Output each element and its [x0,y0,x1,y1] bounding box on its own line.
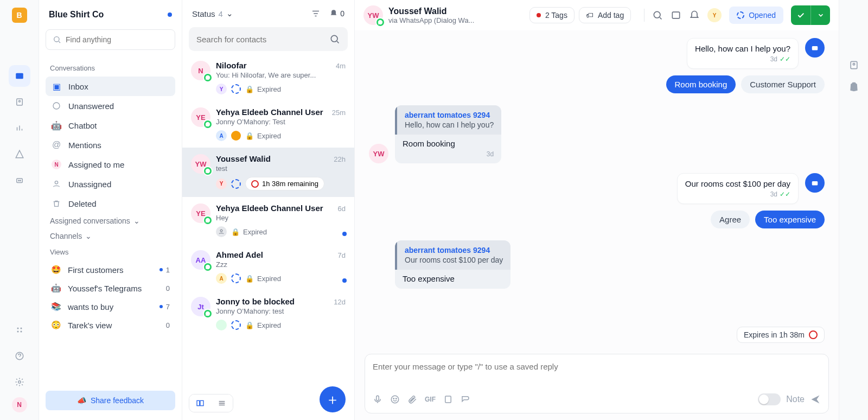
rail-user-avatar[interactable]: N [12,397,27,412]
send-icon[interactable] [810,394,821,405]
contact-time: 4m [336,62,346,70]
message-composer[interactable]: GIF Note [365,354,829,413]
quick-reply-customer-support[interactable]: Customer Support [741,75,825,93]
view-telegrams[interactable]: 🤖Youssef's Telegrams0 [46,279,175,297]
contact-preview: Hey [216,214,346,222]
expired-badge: 🔒Expired [245,85,281,93]
list-header: Status 4 ⌄ 0 [182,0,354,27]
rail-apps[interactable] [9,319,30,341]
resolve-button[interactable] [791,5,810,25]
rail-conversations[interactable] [9,65,30,87]
quick-reply-agree[interactable]: Agree [711,211,750,228]
svg-point-14 [55,181,58,184]
whatsapp-icon [203,215,213,225]
shopify-icon[interactable] [848,81,859,92]
svg-rect-18 [200,400,203,405]
rail-contacts[interactable] [9,91,30,113]
status-opened[interactable]: Opened [729,7,783,24]
contact-item[interactable]: YE Yehya Eldeeb Channel User6d Hey 🔒Expi… [182,197,354,244]
rail-reports[interactable] [9,117,30,139]
workspace-logo[interactable]: B [12,8,27,23]
nav-unanswered[interactable]: Unanswered [46,96,175,116]
contact-avatar: YW [363,5,383,25]
composer-input[interactable] [373,362,821,388]
svg-point-6 [17,328,18,329]
saved-reply-icon[interactable] [461,394,470,404]
quick-reply-room-booking[interactable]: Room booking [666,75,736,93]
view-wants-to-buy[interactable]: 📚wants to buy7 [46,297,175,316]
mic-icon[interactable] [373,394,382,404]
find-anything[interactable] [46,29,175,50]
contact-time: 12d [334,298,346,306]
nav-chatbot[interactable]: 🤖Chatbot [46,116,175,135]
chat-panel: YW Youssef Walid via WhatsApp (Dialog Wa… [355,0,839,420]
contact-item[interactable]: YE Yehya Eldeeb Channel User25m Jonny O'… [182,101,354,148]
svg-point-13 [53,103,60,109]
contact-item[interactable]: Jt Jonny to be blocked12d Jonny O'Mahony… [182,290,354,337]
assignee-avatar [216,320,227,330]
whatsapp-icon [203,166,213,176]
expired-badge: 🔒Expired [245,275,281,283]
lock-icon: 🔒 [245,321,254,329]
assigned-conversations-toggle[interactable]: Assigned conversations⌄ [46,213,175,228]
nav-inbox[interactable]: ▣Inbox [46,77,175,96]
view-first-customers[interactable]: 🤩First customers1 [46,260,175,279]
tags-button[interactable]: 2 Tags [529,7,575,23]
workspace-status-dot [168,12,172,17]
add-tag-button[interactable]: 🏷Add tag [579,7,631,23]
list-view-toggle[interactable] [189,394,233,412]
section-views: Views [46,248,175,256]
timer-icon [251,180,259,188]
reminder-icon[interactable] [689,10,700,21]
messages-scroll[interactable]: Hello, how can I help you? 3d✓✓ Room boo… [355,30,839,354]
workspace-switcher[interactable]: Blue Shirt Co [46,10,175,20]
channels-toggle[interactable]: Channels⌄ [46,228,175,244]
nav-assigned-to-me[interactable]: NAssigned to me [46,155,175,174]
view-tarek[interactable]: 😳Tarek's view0 [46,316,175,334]
whatsapp-icon [203,262,213,272]
list-view-button[interactable] [211,394,233,412]
rail-bot[interactable] [9,169,30,191]
share-feedback-button[interactable]: 📣Share feedback [46,391,175,410]
rail-help[interactable] [9,345,30,367]
contact-item[interactable]: AA Ahmed Adel7d Zzz A🔒Expired [182,244,354,290]
unread-dot [342,232,347,236]
svg-point-19 [654,11,661,18]
status-filter[interactable]: Status 4 ⌄ [192,9,233,18]
search-conversation-icon[interactable] [652,10,663,21]
notifications-icon[interactable]: 0 [329,9,344,18]
contact-details-icon[interactable] [848,60,859,71]
svg-rect-17 [197,400,200,405]
new-conversation-button[interactable]: ＋ [320,386,346,412]
contact-item[interactable]: N Niloofar4m You: Hi Niloofar, We are su… [182,54,354,101]
assignee-avatar: A [216,273,227,284]
contact-name: Niloofar [216,61,247,70]
expires-badge: Expires in 1h 38m [737,327,825,343]
find-input[interactable] [66,35,168,44]
rail-settings[interactable] [9,371,30,393]
contact-item[interactable]: YW Youssef Walid22h test Y1h 38m remaini… [182,148,354,197]
search-contacts-input[interactable] [196,35,329,44]
contact-avatar: YE [191,203,210,223]
gif-icon[interactable]: GIF [425,396,436,403]
nav-deleted[interactable]: Deleted [46,194,175,213]
rail-campaigns[interactable] [9,143,30,165]
attachment-icon[interactable] [407,394,417,404]
svg-point-2 [18,100,20,102]
resolve-menu-button[interactable] [810,5,830,25]
template-icon[interactable] [443,394,453,404]
chat-header: YW Youssef Walid via WhatsApp (Dialog Wa… [355,0,839,30]
note-icon[interactable] [671,10,681,21]
nav-mentions[interactable]: @Mentions [46,135,175,155]
emoji-icon[interactable] [390,394,400,404]
nav-unassigned[interactable]: Unassigned [46,174,175,194]
assignee-avatar[interactable]: Y [707,8,722,22]
filter-icon[interactable] [311,9,321,18]
remaining-pill: 1h 38m remaining [245,177,324,190]
panel-view-button[interactable] [189,394,211,412]
quick-reply-too-expensive[interactable]: Too expensive [755,211,825,228]
note-toggle[interactable] [758,393,781,405]
svg-point-5 [20,180,21,181]
expired-badge: 🔒Expired [245,321,281,329]
search-contacts[interactable] [189,27,348,51]
